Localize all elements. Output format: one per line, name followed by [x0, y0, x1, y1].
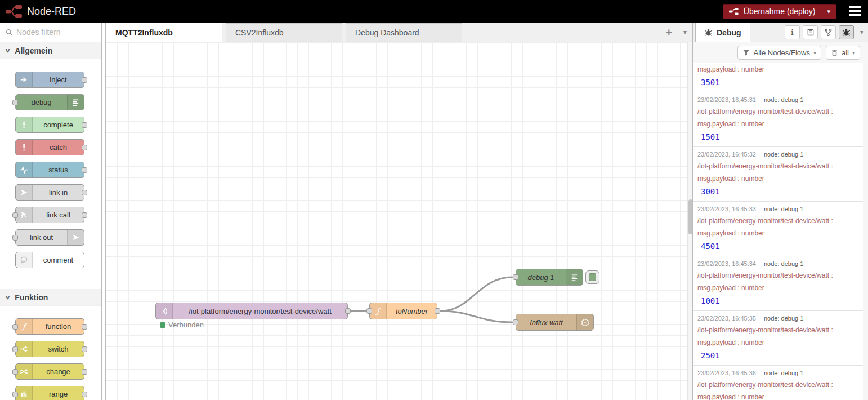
- canvas-scrollbar-thumb[interactable]: [688, 199, 692, 234]
- palette-search[interactable]: [0, 23, 101, 42]
- palette-section-allgemein[interactable]: ∨Allgemein: [0, 42, 101, 59]
- node-input-port[interactable]: [12, 346, 18, 352]
- node-input-port[interactable]: [12, 324, 18, 330]
- node-output-port[interactable]: [82, 145, 87, 150]
- debug-scrollbar[interactable]: [863, 63, 868, 400]
- message-value: 2501: [701, 351, 857, 360]
- debug-enable-toggle[interactable]: [585, 270, 599, 284]
- flow-tab-debug-dashboard[interactable]: Debug Dashboard: [346, 23, 462, 42]
- sidebar-tool-bug-icon[interactable]: [839, 25, 854, 39]
- node-icon-area: [16, 252, 33, 268]
- flow-node-influxdb-out[interactable]: Influx watt: [516, 314, 594, 331]
- node-output-port[interactable]: [345, 308, 351, 314]
- palette-node-debug[interactable]: debug: [15, 94, 84, 110]
- flow-list-caret-icon[interactable]: ▾: [683, 28, 687, 36]
- palette-node-switch[interactable]: switch: [15, 341, 84, 357]
- node-output-port[interactable]: [82, 167, 87, 173]
- flow-node-mqtt-in[interactable]: /iot-platform/energy-monitor/test-device…: [155, 303, 348, 319]
- palette-resizer[interactable]: [102, 23, 106, 400]
- range-icon: [20, 390, 28, 398]
- message-timestamp: 23/02/2023, 16:45:34: [697, 260, 756, 267]
- palette-node-comment[interactable]: comment: [15, 252, 84, 268]
- message-timestamp: 23/02/2023, 16:45:35: [697, 315, 756, 322]
- svg-text:ƒ: ƒ: [21, 322, 28, 331]
- tab-debug[interactable]: Debug: [695, 23, 750, 42]
- palette-node-catch[interactable]: catch: [15, 139, 84, 155]
- flow-node-function[interactable]: ƒtoNumber: [369, 303, 437, 319]
- node-input-port[interactable]: [12, 100, 18, 105]
- node-output-port[interactable]: [82, 122, 87, 128]
- chevron-down-icon: ∨: [5, 47, 11, 54]
- node-input-port[interactable]: [12, 369, 18, 375]
- sidebar-tool-book-icon[interactable]: [803, 25, 818, 39]
- svg-text:ƒ: ƒ: [375, 307, 382, 315]
- message-meta: 23/02/2023, 16:45:32node: debug 1: [697, 151, 857, 158]
- flow-tab-mqtt2influxdb[interactable]: MQTT2Influxdb: [106, 23, 222, 42]
- debug-filter-button[interactable]: Alle Nodes/Flows ▾: [737, 46, 821, 60]
- message-source-node: node: debug 1: [764, 260, 803, 267]
- palette-node-complete[interactable]: complete: [15, 117, 84, 133]
- message-payload-path: msg.payload : number: [697, 65, 857, 73]
- palette-node-function[interactable]: ƒfunction: [15, 318, 84, 335]
- flow-canvas[interactable]: /iot-platform/energy-monitor/test-device…: [106, 42, 692, 400]
- message-meta: 23/02/2023, 16:45:33node: debug 1: [697, 206, 857, 212]
- debug-message: 23/02/2023, 16:45:33node: debug 1/iot-pl…: [693, 202, 863, 256]
- message-payload-path: msg.payload : number: [697, 120, 857, 128]
- deploy-options-caret-icon[interactable]: ▾: [821, 8, 830, 15]
- node-label: toNumber: [387, 303, 437, 319]
- palette-section-funktion[interactable]: ∨Funktion: [0, 289, 101, 306]
- node-output-port[interactable]: [82, 77, 87, 83]
- node-label: link in: [33, 185, 84, 200]
- deploy-button[interactable]: Übernahme (deploy) ▾: [723, 4, 836, 19]
- palette-node-link-out[interactable]: link out: [15, 229, 84, 246]
- node-label: /iot-platform/energy-monitor/test-device…: [173, 303, 347, 319]
- debug-clear-button[interactable]: all ▾: [826, 46, 860, 60]
- palette-node-change[interactable]: change: [15, 363, 84, 380]
- sidebar-tool-info-icon[interactable]: i: [785, 25, 800, 39]
- node-status: Verbunden: [160, 321, 204, 329]
- node-input-port[interactable]: [12, 392, 18, 397]
- message-source-node: node: debug 1: [764, 96, 803, 103]
- main-menu-icon[interactable]: [849, 6, 861, 16]
- debug-message: 23/02/2023, 16:45:32node: debug 1/iot-pl…: [693, 147, 863, 202]
- flow-node-debug[interactable]: debug 1: [516, 269, 583, 286]
- node-input-port[interactable]: [513, 319, 518, 325]
- node-icon-area: [16, 117, 33, 132]
- add-flow-button[interactable]: +: [666, 26, 672, 38]
- message-topic: /iot-platform/energy-monitor/test-device…: [697, 217, 857, 225]
- node-icon-area: [16, 207, 33, 223]
- palette-node-inject[interactable]: inject: [15, 72, 84, 88]
- message-timestamp: 23/02/2023, 16:45:31: [697, 96, 756, 103]
- node-output-port[interactable]: [435, 308, 440, 314]
- flow-tab-csv2influxdb[interactable]: CSV2Influxdb: [226, 23, 342, 42]
- palette-node-range[interactable]: range: [15, 386, 84, 400]
- node-output-port[interactable]: [82, 369, 87, 375]
- node-output-port[interactable]: [82, 324, 87, 330]
- message-topic: /iot-platform/energy-monitor/test-device…: [697, 326, 857, 334]
- node-output-port[interactable]: [82, 212, 87, 218]
- node-icon-area: [566, 269, 583, 285]
- sidebar-tools-caret-icon[interactable]: ▾: [860, 28, 863, 36]
- palette-search-input[interactable]: [16, 28, 96, 37]
- node-input-port[interactable]: [513, 274, 518, 280]
- clear-caret-icon: ▾: [852, 50, 855, 56]
- node-input-port[interactable]: [12, 235, 18, 241]
- change-icon: [20, 367, 28, 376]
- message-meta: 23/02/2023, 16:45:36node: debug 1: [697, 370, 857, 376]
- message-topic: /iot-platform/energy-monitor/test-device…: [697, 162, 857, 170]
- message-source-node: node: debug 1: [764, 151, 803, 158]
- node-input-port[interactable]: [12, 212, 18, 218]
- node-icon-area: [16, 364, 33, 379]
- right-sidebar: Debug i▾ Alle Nodes/Flows ▾ all ▾ msg.pa…: [692, 23, 868, 400]
- node-output-port[interactable]: [82, 346, 87, 352]
- palette-node-link-in[interactable]: link in: [15, 184, 84, 201]
- message-meta: 23/02/2023, 16:45:34node: debug 1: [697, 260, 857, 267]
- palette-node-link-call[interactable]: link call: [15, 207, 84, 223]
- pulse-icon: [20, 166, 28, 174]
- message-source-node: node: debug 1: [764, 370, 803, 376]
- palette-node-status[interactable]: status: [15, 162, 84, 178]
- node-output-port[interactable]: [82, 392, 87, 397]
- node-output-port[interactable]: [82, 190, 87, 195]
- sidebar-tool-branch-icon[interactable]: [821, 25, 836, 39]
- node-input-port[interactable]: [366, 308, 372, 314]
